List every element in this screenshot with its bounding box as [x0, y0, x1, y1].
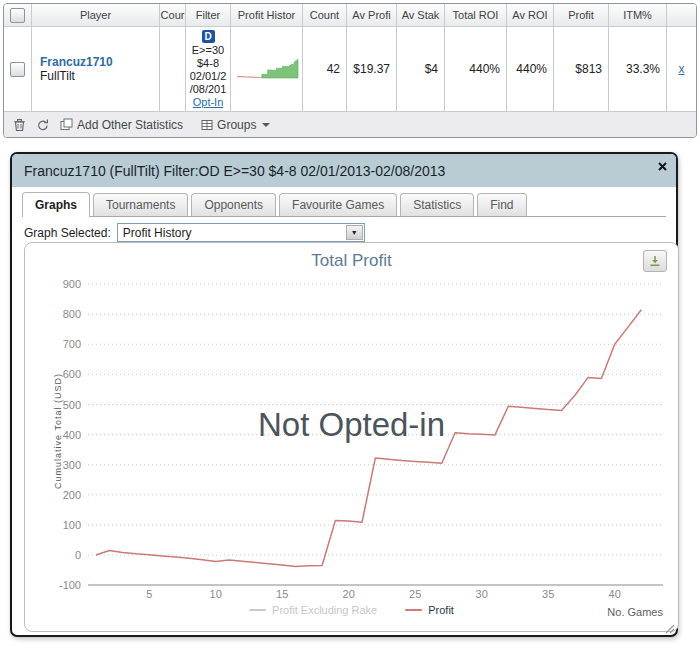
- tab-find[interactable]: Find: [477, 193, 526, 216]
- svg-text:600: 600: [63, 368, 81, 380]
- select-all-cell: [4, 4, 32, 26]
- legend-swatch: [405, 609, 422, 611]
- column-header-actions: [667, 4, 696, 26]
- svg-text:40: 40: [609, 588, 621, 600]
- tab-tournaments[interactable]: Tournaments: [93, 193, 188, 216]
- add-other-statistics-button[interactable]: Add Other Statistics: [60, 118, 183, 132]
- table-header-row: Player Cour Filter Profit Histor Count A…: [4, 4, 696, 26]
- legend-label: Profit: [428, 604, 454, 616]
- column-header-av-profit[interactable]: Av Profi: [347, 4, 397, 26]
- svg-text:200: 200: [63, 489, 81, 501]
- row-checkbox[interactable]: [10, 62, 25, 77]
- player-detail-dialog: Francuz1710 (FullTilt) Filter:OD E>=30 $…: [10, 152, 678, 637]
- groups-label: Groups: [217, 118, 256, 132]
- column-header-av-stake[interactable]: Av Stak: [397, 4, 445, 26]
- tab-favourite-games[interactable]: Favourite Games: [279, 193, 397, 216]
- refresh-button[interactable]: [36, 118, 50, 132]
- refresh-icon: [36, 118, 50, 132]
- filter-line: 02/01/2: [190, 70, 227, 83]
- copy-icon: [60, 118, 73, 131]
- legend-label: Profit Excluding Rake: [272, 604, 377, 616]
- filter-d-icon[interactable]: D: [202, 30, 215, 43]
- legend-swatch: [249, 609, 266, 611]
- groups-grid-icon: [201, 119, 213, 131]
- legend-item-profit[interactable]: Profit: [405, 604, 454, 616]
- remove-row-cell: x: [667, 27, 696, 111]
- trash-icon: [13, 118, 26, 132]
- table-row: Francuz1710 FullTilt D E>=30 $4-8 02/01/…: [4, 26, 696, 111]
- add-other-statistics-label: Add Other Statistics: [77, 118, 183, 132]
- svg-text:300: 300: [63, 459, 81, 471]
- svg-text:100: 100: [63, 519, 81, 531]
- x-axis-label: No. Games: [607, 606, 663, 618]
- country-cell: [160, 27, 186, 111]
- svg-text:35: 35: [542, 588, 554, 600]
- count-cell: 42: [303, 27, 347, 111]
- av-profit-cell: $19.37: [347, 27, 397, 111]
- profit-chart-panel: Total Profit -10001002003004005006007008…: [24, 242, 679, 632]
- graph-select-dropdown[interactable]: Profit History ▼: [117, 223, 365, 242]
- close-icon: [658, 162, 667, 171]
- filter-line: /08/201: [190, 83, 227, 96]
- column-header-profit-history[interactable]: Profit Histor: [231, 4, 303, 26]
- opt-in-link[interactable]: Opt-In: [193, 96, 224, 109]
- av-roi-cell: 440%: [507, 27, 554, 111]
- itm-cell: 33.3%: [609, 27, 667, 111]
- column-header-count[interactable]: Count: [303, 4, 347, 26]
- column-header-filter[interactable]: Filter: [186, 4, 231, 26]
- legend-item-profit-excluding-rake[interactable]: Profit Excluding Rake: [249, 604, 377, 616]
- column-header-country[interactable]: Cour: [160, 4, 186, 26]
- chart-legend: Profit Excluding Rake Profit: [25, 604, 678, 616]
- row-select-cell: [4, 27, 32, 111]
- svg-text:5: 5: [146, 588, 152, 600]
- dialog-close-button[interactable]: [655, 159, 669, 173]
- graph-selector-row: Graph Selected: Profit History ▼: [24, 223, 365, 242]
- svg-text:25: 25: [409, 588, 421, 600]
- column-header-total-roi[interactable]: Total ROI: [445, 4, 507, 26]
- dialog-titlebar: Francuz1710 (FullTilt) Filter:OD E>=30 $…: [12, 154, 676, 187]
- graph-select-value: Profit History: [123, 226, 192, 240]
- svg-text:0: 0: [75, 549, 81, 561]
- total-roi-cell: 440%: [445, 27, 507, 111]
- player-site-label: FullTilt: [40, 69, 75, 83]
- tab-opponents[interactable]: Opponents: [191, 193, 276, 216]
- svg-text:-100: -100: [59, 579, 81, 591]
- svg-text:700: 700: [63, 338, 81, 350]
- groups-button[interactable]: Groups: [201, 118, 270, 132]
- svg-text:30: 30: [476, 588, 488, 600]
- not-opted-in-watermark: Not Opted-in: [25, 406, 678, 444]
- svg-text:10: 10: [210, 588, 222, 600]
- svg-text:900: 900: [63, 278, 81, 290]
- column-header-profit[interactable]: Profit: [554, 4, 609, 26]
- av-stake-cell: $4: [397, 27, 445, 111]
- player-name-link[interactable]: Francuz1710: [40, 55, 113, 69]
- remove-row-link[interactable]: x: [679, 62, 685, 76]
- column-header-av-roi[interactable]: Av ROI: [507, 4, 554, 26]
- svg-text:800: 800: [63, 308, 81, 320]
- graph-selected-label: Graph Selected:: [24, 226, 111, 240]
- svg-text:15: 15: [276, 588, 288, 600]
- player-cell: Francuz1710 FullTilt: [32, 27, 160, 111]
- filter-line: E>=30: [192, 44, 224, 57]
- profit-sparkline-chart: [235, 57, 299, 81]
- svg-text:20: 20: [343, 588, 355, 600]
- tab-graphs[interactable]: Graphs: [22, 192, 90, 217]
- filter-line: $4-8: [197, 57, 219, 70]
- select-all-checkbox[interactable]: [10, 8, 25, 23]
- tab-statistics[interactable]: Statistics: [400, 193, 474, 216]
- dialog-title: Francuz1710 (FullTilt) Filter:OD E>=30 $…: [24, 163, 445, 179]
- column-header-player[interactable]: Player: [32, 4, 160, 26]
- profit-history-cell[interactable]: [231, 27, 303, 111]
- profit-cell: $813: [554, 27, 609, 111]
- chevron-down-icon: [262, 123, 270, 127]
- table-toolbar: Add Other Statistics Groups: [4, 111, 696, 137]
- filter-cell: D E>=30 $4-8 02/01/2 /08/201 Opt-In: [186, 27, 231, 111]
- dropdown-arrow-icon[interactable]: ▼: [346, 225, 363, 240]
- resize-handle-icon[interactable]: [664, 623, 675, 634]
- delete-button[interactable]: [13, 118, 26, 132]
- column-header-itm[interactable]: ITM%: [609, 4, 667, 26]
- dialog-tabs: Graphs Tournaments Opponents Favourite G…: [22, 192, 666, 217]
- player-stats-table: Player Cour Filter Profit Histor Count A…: [3, 3, 697, 138]
